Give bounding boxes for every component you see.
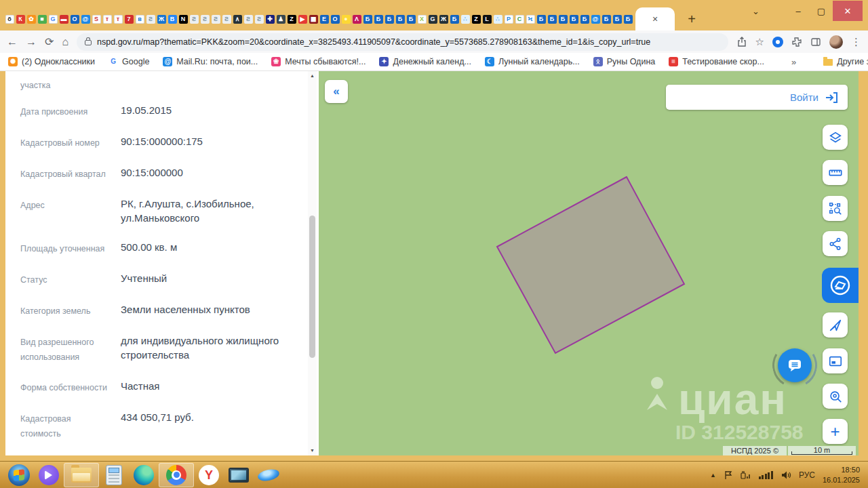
pinned-tab[interactable]: Ƨ — [244, 15, 253, 24]
pinned-tab[interactable]: Ϟ — [526, 15, 535, 24]
taskbar-explorer-button[interactable] — [64, 463, 99, 487]
bookmark-star-icon[interactable]: ☆ — [755, 36, 764, 48]
pinned-tab[interactable]: ∴ — [494, 15, 502, 24]
network-icon[interactable] — [741, 470, 751, 480]
minimize-button[interactable]: – — [787, 1, 810, 21]
signal-strength-icon[interactable] — [759, 471, 773, 479]
login-button[interactable]: Войти — [666, 85, 848, 110]
side-panel-icon[interactable] — [810, 37, 821, 47]
pinned-tab[interactable]: Б — [580, 15, 589, 24]
profile-avatar[interactable] — [829, 35, 843, 49]
tab-search-icon[interactable]: ⌄ — [752, 6, 760, 16]
pinned-tab[interactable]: @ — [81, 15, 90, 24]
taskbar-yandex-button[interactable]: Y — [194, 463, 224, 487]
pinned-tab[interactable]: Б — [363, 15, 372, 24]
browser-menu-icon[interactable]: ⋮ — [851, 36, 861, 48]
pinned-tab[interactable]: Б — [559, 15, 568, 24]
reload-icon[interactable]: ⟳ — [45, 37, 54, 47]
pinned-tab[interactable]: В — [168, 15, 177, 24]
pinned-tab[interactable]: ▬ — [60, 15, 68, 24]
collapse-panel-button[interactable]: « — [325, 80, 348, 103]
pinned-tab[interactable]: т — [103, 15, 112, 24]
pinned-tab[interactable]: в — [136, 15, 144, 24]
pinned-tab[interactable]: Ʌ — [353, 15, 361, 24]
layers-button[interactable] — [823, 125, 848, 150]
pinned-tab[interactable]: ■ — [38, 15, 47, 24]
pinned-tab[interactable]: 7 — [125, 15, 134, 24]
bookmark-item[interactable]: @Mail.Ru: почта, пои... — [163, 57, 258, 66]
pinned-tab[interactable]: Б — [613, 15, 622, 24]
pinned-tabs[interactable]: öК✿■G▬O@Sтт7вƧЖВNƧƧƧƧ∧ƧƧ✚♟Z▶▦ЕО●ɅБББББХG… — [4, 7, 633, 30]
pinned-tab[interactable]: P — [505, 15, 513, 24]
pinned-tab[interactable]: Б — [396, 15, 405, 24]
other-bookmarks-button[interactable]: Другие закладки — [823, 57, 868, 66]
pinned-tab[interactable]: Б — [570, 15, 578, 24]
search-place-button[interactable] — [823, 384, 848, 409]
taskbar-edge-button[interactable] — [129, 463, 159, 487]
locate-button[interactable] — [823, 312, 848, 338]
pinned-tab[interactable]: Б — [374, 15, 383, 24]
pinned-tab[interactable]: Z — [288, 15, 296, 24]
pinned-tab[interactable]: О — [331, 15, 340, 24]
pinned-tab[interactable]: O — [71, 15, 79, 24]
scrollbar-thumb[interactable] — [309, 216, 315, 358]
pinned-tab[interactable]: Х — [418, 15, 427, 24]
pinned-tab[interactable]: Z — [472, 15, 481, 24]
bookmark-item[interactable]: GGoogle — [108, 57, 149, 66]
pinned-tab[interactable]: S — [92, 15, 101, 24]
pinned-tab[interactable]: ♟ — [277, 15, 285, 24]
pinned-tab[interactable]: Б — [602, 15, 611, 24]
pinned-tab[interactable]: Ж — [157, 15, 166, 24]
share-icon[interactable] — [736, 37, 747, 47]
address-bar[interactable]: nspd.gov.ru/map?thematic=PKK&zoom=20&coo… — [77, 33, 728, 51]
scroll-down-icon[interactable]: ▼ — [308, 446, 317, 455]
pinned-tab[interactable]: Б — [407, 15, 416, 24]
bookmark-item[interactable]: ❀Мечты сбываются!... — [271, 57, 366, 66]
pinned-tab[interactable]: @ — [591, 15, 600, 24]
pinned-tab[interactable]: Ƨ — [201, 15, 210, 24]
pinned-tab[interactable]: Ж — [439, 15, 448, 24]
pinned-tab[interactable]: ✿ — [27, 15, 36, 24]
taskbar-chrome-button[interactable] — [159, 463, 194, 487]
action-center-flag-icon[interactable] — [724, 470, 733, 480]
measure-button[interactable] — [823, 160, 848, 185]
bookmark-item[interactable]: ☾Лунный календарь... — [485, 57, 580, 66]
bookmarks-overflow-icon[interactable]: » — [791, 57, 796, 67]
pinned-tab[interactable]: ✚ — [266, 15, 275, 24]
forward-icon[interactable]: → — [26, 37, 37, 47]
share-map-button[interactable] — [823, 231, 848, 256]
pinned-tab[interactable]: G — [429, 15, 437, 24]
taskbar-calculator-button[interactable] — [99, 463, 129, 487]
start-button[interactable] — [4, 463, 34, 487]
pinned-tab[interactable]: Ƨ — [222, 15, 231, 24]
pinned-tab[interactable]: Б — [548, 15, 557, 24]
active-tab[interactable]: × — [635, 7, 675, 30]
nspd-logo-tab[interactable] — [822, 268, 859, 303]
pinned-tab[interactable]: т — [114, 15, 123, 24]
pinned-tab[interactable]: ∧ — [233, 15, 242, 24]
pinned-tab[interactable]: N — [179, 15, 188, 24]
pinned-tab[interactable]: Ƨ — [146, 15, 155, 24]
panel-scrollbar[interactable]: ▲ ▼ — [308, 71, 317, 455]
pinned-tab[interactable]: Б — [537, 15, 546, 24]
url-text[interactable]: nspd.gov.ru/map?thematic=PKK&zoom=20&coo… — [97, 37, 650, 47]
pinned-tab[interactable]: Е — [320, 15, 329, 24]
volume-icon[interactable] — [781, 470, 791, 480]
close-window-button[interactable]: ✕ — [833, 1, 863, 21]
scroll-up-icon[interactable]: ▲ — [308, 71, 317, 81]
taskbar-alice-button[interactable] — [34, 463, 64, 487]
taskbar-display-button[interactable] — [224, 463, 254, 487]
close-tab-icon[interactable]: × — [652, 14, 658, 24]
bookmark-item[interactable]: ᛟРуны Одина — [593, 57, 656, 66]
maximize-button[interactable]: ▢ — [810, 1, 833, 21]
pinned-tab[interactable]: ∴ — [461, 15, 470, 24]
object-search-button[interactable] — [823, 196, 848, 221]
extension-badge-icon[interactable] — [772, 37, 783, 47]
taskbar-disk-button[interactable] — [254, 463, 283, 487]
back-icon[interactable]: ← — [7, 37, 18, 47]
pinned-tab[interactable]: Ƨ — [255, 15, 264, 24]
mini-map-button[interactable] — [823, 348, 848, 373]
pinned-tab[interactable]: Б — [385, 15, 394, 24]
map-canvas[interactable]: « Войти — [319, 71, 859, 455]
pinned-tab[interactable]: ● — [342, 15, 351, 24]
